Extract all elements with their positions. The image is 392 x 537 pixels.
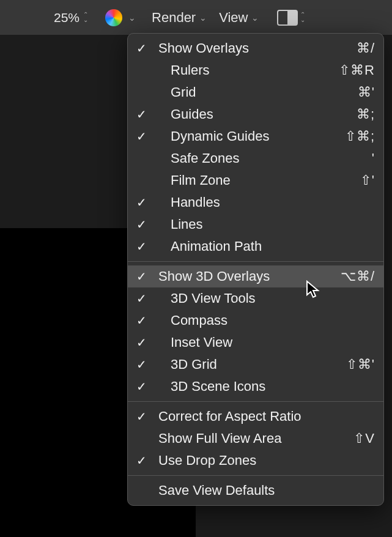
layout-toggle-button[interactable]: ⌃ ⌄ (277, 10, 305, 26)
zoom-value: 25% (54, 10, 80, 25)
checkmark-icon: ✓ (136, 335, 158, 350)
menu-item-label: Use Drop Zones (158, 453, 375, 468)
menu-item[interactable]: ✓3D View Tools (128, 287, 383, 309)
keyboard-shortcut: ' (372, 150, 375, 166)
chevron-down-icon: ⌄ (199, 13, 207, 23)
menu-item[interactable]: ✓Inset View (128, 331, 383, 354)
stepper-icon: ⌃ ⌄ (300, 12, 305, 23)
menu-item[interactable]: ✓Handles (128, 191, 383, 213)
menu-item-label: Animation Path (171, 239, 375, 254)
menu-separator (128, 475, 383, 476)
menu-item[interactable]: ✓Lines (128, 213, 383, 235)
menu-item-label: Save View Defaults (158, 483, 375, 498)
render-label: Render (152, 10, 196, 26)
menu-item[interactable]: ✓3D Scene Icons (128, 376, 383, 398)
view-dropdown-menu: ✓Show Overlays⌘/Rulers⇧⌘RGrid⌘'✓Guides⌘;… (127, 33, 384, 506)
menu-item[interactable]: ✓Animation Path (128, 235, 383, 257)
keyboard-shortcut: ⇧⌘' (346, 357, 375, 372)
menu-item-label: Dynamic Guides (171, 128, 345, 144)
menu-item-label: Handles (171, 194, 375, 210)
keyboard-shortcut: ⇧⌘; (345, 128, 375, 144)
menu-item-label: 3D Scene Icons (171, 379, 375, 394)
menu-item-label: Safe Zones (171, 150, 372, 166)
checkmark-icon: ✓ (136, 453, 158, 468)
menu-item-label: 3D Grid (171, 357, 346, 372)
menu-item[interactable]: Safe Zones' (128, 147, 383, 169)
zoom-control[interactable]: 25% ⌃ ⌄ (54, 10, 88, 25)
checkmark-icon: ✓ (136, 195, 158, 210)
keyboard-shortcut: ⇧⌘R (339, 62, 375, 78)
menu-item[interactable]: ✓Use Drop Zones (128, 450, 383, 472)
menu-item[interactable]: ✓Guides⌘; (128, 103, 383, 125)
menu-item-label: Show Overlays (158, 40, 357, 56)
keyboard-shortcut: ⇧V (353, 431, 375, 446)
checkmark-icon: ✓ (136, 291, 158, 306)
split-layout-icon (277, 10, 298, 26)
menu-item[interactable]: ✓Correct for Aspect Ratio (128, 406, 383, 428)
checkmark-icon: ✓ (136, 129, 158, 144)
checkmark-icon: ✓ (136, 313, 158, 328)
menu-separator (128, 261, 383, 262)
checkmark-icon: ✓ (136, 217, 158, 232)
menu-item[interactable]: Film Zone⇧' (128, 169, 383, 191)
chevron-down-icon: ⌄ (251, 13, 259, 23)
render-menu-button[interactable]: Render ⌄ (147, 10, 212, 26)
menu-item[interactable]: ✓Dynamic Guides⇧⌘; (128, 125, 383, 147)
menu-item[interactable]: Grid⌘' (128, 81, 383, 103)
menu-item[interactable]: ✓Compass (128, 309, 383, 331)
checkmark-icon: ✓ (136, 269, 158, 284)
checkmark-icon: ✓ (136, 409, 158, 424)
color-well-icon[interactable] (105, 9, 122, 26)
checkmark-icon: ✓ (136, 357, 158, 372)
keyboard-shortcut: ⌘/ (357, 40, 375, 56)
menu-separator (128, 401, 383, 402)
menu-item-label: Film Zone (171, 172, 360, 188)
menu-item-label: Show Full View Area (158, 431, 353, 446)
keyboard-shortcut: ⌥⌘/ (341, 268, 375, 284)
checkmark-icon: ✓ (136, 379, 158, 394)
keyboard-shortcut: ⌘' (358, 84, 375, 100)
menu-item-label: 3D View Tools (171, 291, 375, 306)
menu-item-label: Lines (171, 217, 375, 232)
menu-item[interactable]: ✓3D Grid⇧⌘' (128, 354, 383, 376)
menu-item-label: Inset View (171, 335, 375, 350)
menu-item-label: Compass (171, 313, 375, 328)
menu-item[interactable]: Rulers⇧⌘R (128, 59, 383, 81)
stepper-icon: ⌃ ⌄ (83, 12, 88, 23)
menu-item-label: Guides (171, 106, 357, 122)
menu-item-label: Grid (171, 84, 358, 100)
view-menu-button[interactable]: View ⌄ (214, 10, 264, 26)
view-label: View (219, 10, 248, 26)
menu-item-label: Rulers (171, 62, 339, 78)
keyboard-shortcut: ⌘; (357, 106, 375, 122)
toolbar: 25% ⌃ ⌄ ⌄ Render ⌄ View ⌄ ⌃ ⌄ (0, 0, 392, 35)
menu-item-label: Correct for Aspect Ratio (158, 409, 375, 424)
menu-item-label: Show 3D Overlays (158, 268, 341, 284)
menu-item[interactable]: ✓Show Overlays⌘/ (128, 37, 383, 59)
menu-item[interactable]: Show Full View Area⇧V (128, 428, 383, 450)
checkmark-icon: ✓ (136, 239, 158, 254)
menu-item[interactable]: Save View Defaults (128, 480, 383, 502)
keyboard-shortcut: ⇧' (360, 172, 375, 188)
checkmark-icon: ✓ (136, 107, 158, 122)
checkmark-icon: ✓ (136, 41, 158, 56)
menu-item[interactable]: ✓Show 3D Overlays⌥⌘/ (128, 265, 383, 287)
chevron-down-icon[interactable]: ⌄ (128, 13, 136, 23)
